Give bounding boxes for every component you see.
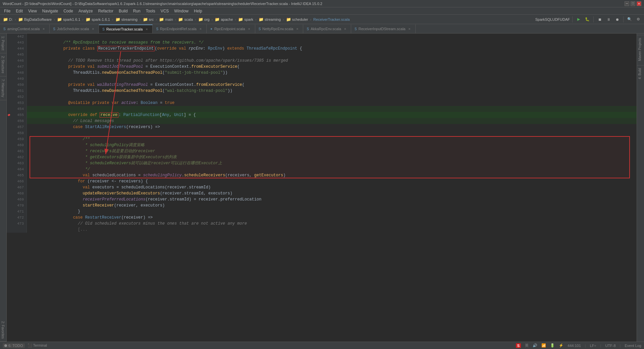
right-panel: Maven Projects 4: Build	[637, 34, 644, 342]
tab-aminContext[interactable]: S amingContext.scala ×	[0, 24, 50, 33]
breadcrumb-src[interactable]: 📁 src	[142, 16, 155, 22]
debug-button[interactable]: 🐛	[584, 16, 591, 23]
breadcrumb-org[interactable]: 📁 org	[197, 16, 211, 22]
breadcrumb-spark[interactable]: 📁 spark	[237, 16, 254, 22]
code-444-6: {	[300, 46, 302, 51]
tab-close-4[interactable]: ×	[198, 26, 203, 31]
breadcrumb-scheduler[interactable]: 📁 scheduler	[285, 16, 309, 22]
tab-AkkaRpcEnv[interactable]: S AkkaRpcEnv.scala ×	[303, 24, 351, 33]
tab-close-5[interactable]: ×	[247, 26, 252, 31]
breadcrumb-D[interactable]: 📁 D:	[2, 16, 14, 22]
tab-close-7[interactable]: ×	[343, 26, 347, 31]
todo-badge[interactable]: 6: TODO	[3, 343, 25, 348]
tab-close-3[interactable]: ×	[144, 27, 149, 32]
toolbar-btn-1[interactable]: ⏹	[596, 16, 603, 23]
line-num-449: 449	[7, 76, 27, 82]
breadcrumb-apache[interactable]: 📁 apache	[214, 16, 234, 22]
panel-spacer	[0, 100, 6, 318]
status-left: 6: TODO ⬛ Terminal	[3, 343, 47, 348]
encoding-indicator[interactable]: UTF-8	[605, 344, 615, 348]
tab-RpcEndpoint[interactable]: ✦ RpcEndpoint.scala ×	[207, 24, 255, 33]
folder-icon-4: 📁	[115, 17, 120, 22]
line-num-470: 470	[7, 202, 27, 209]
menu-tools[interactable]: Tools	[143, 8, 158, 14]
code-444-1	[54, 46, 63, 51]
sep11: ›	[255, 17, 257, 21]
menu-refactor[interactable]: Refactor	[96, 8, 116, 14]
maximize-button[interactable]: □	[631, 1, 635, 6]
menu-build[interactable]: Build	[116, 8, 130, 14]
event-log-link[interactable]: Event Log	[625, 344, 641, 348]
tab-ReceiverTracker[interactable]: S ReceiverTracker.scala ×	[99, 24, 153, 33]
tab-label-8: ReceiverInputDStream.scala	[359, 27, 406, 31]
breakpoint-indicator: ●	[7, 113, 10, 118]
c453-tp: Boolean	[141, 101, 157, 105]
breadcrumb-file[interactable]: ReceiverTracker.scala	[312, 17, 351, 22]
minimize-button[interactable]: —	[625, 1, 629, 6]
breadcrumb-main[interactable]: 📁 main	[158, 16, 174, 22]
tab-JobScheduler[interactable]: S JobScheduler.scala ×	[50, 24, 99, 33]
c453-2: :	[136, 101, 141, 105]
breadcrumb-spark1[interactable]: 📁 spark1.6.1	[56, 16, 81, 22]
breadcrumb-streaming[interactable]: 📁 streaming	[114, 16, 139, 22]
toolbar-btn-3[interactable]: ⏺	[613, 16, 621, 23]
breadcrumb-spark16[interactable]: 📁 spark-1.6.1	[85, 16, 111, 22]
tab-NettyRpcEnv[interactable]: S NettyRpcEnv.scala ×	[255, 24, 304, 33]
code-area[interactable]: 442 443 /** RpcEndpoint to receive messa…	[7, 34, 637, 342]
battery-icon: 🔋	[550, 343, 555, 348]
panel-favorites[interactable]: 2: Favorites	[0, 318, 6, 342]
menu-code[interactable]: Code	[61, 8, 76, 14]
panel-build[interactable]: 4: Build	[637, 65, 644, 82]
toolbar-btn-2[interactable]: ⏸	[605, 16, 612, 23]
menu-edit[interactable]: Edit	[13, 8, 25, 14]
tab-close-2[interactable]: ×	[91, 26, 95, 31]
menu-window[interactable]: Window	[171, 8, 191, 14]
search-everywhere-button[interactable]: 🔍	[626, 16, 633, 23]
menu-view[interactable]: View	[25, 8, 40, 14]
breadcrumb-sep: ›	[14, 17, 16, 21]
sep3: ›	[82, 17, 84, 21]
bc-spark: spark	[244, 17, 253, 21]
line-num-462: 462	[7, 154, 27, 160]
sep13: ›	[310, 17, 312, 21]
tab-ReceiverInputDStream[interactable]: S ReceiverInputDStream.scala ×	[351, 24, 416, 33]
bc-spark16: spark-1.6.1	[92, 17, 110, 21]
panel-structure[interactable]: 2: Structure	[0, 53, 6, 76]
menu-navigate[interactable]: Navigate	[40, 8, 61, 14]
line-content-474: [...	[27, 221, 637, 239]
settings-button[interactable]: ⚙	[635, 16, 642, 23]
breadcrumb-BigDataSoftware[interactable]: 📁 BigDataSoftware	[17, 16, 53, 22]
tab-close-6[interactable]: ×	[295, 26, 300, 31]
close-button[interactable]: ✕	[637, 1, 641, 6]
breadcrumb-streaming2[interactable]: 📁 streaming	[258, 16, 282, 22]
c451-1: ThreadUtils.	[54, 89, 102, 93]
code-444-kw1: private class	[63, 46, 97, 51]
code-444-5: )	[222, 46, 227, 51]
menu-help[interactable]: Help	[191, 8, 205, 14]
line-separator[interactable]: LF÷	[590, 344, 596, 348]
panel-hierarchy[interactable]: 7: Hierarchy	[0, 76, 6, 100]
menu-analyze[interactable]: Analyze	[76, 8, 96, 14]
separator-2: |	[600, 344, 601, 348]
code-container: 442 443 /** RpcEndpoint to receive messa…	[7, 34, 637, 342]
window-controls[interactable]: — □ ✕	[625, 1, 641, 6]
panel-maven[interactable]: Maven Projects	[637, 35, 644, 64]
breadcrumb-scala[interactable]: 📁 scala	[177, 16, 194, 22]
run-button[interactable]: ▶	[575, 16, 582, 23]
bc-org: org	[204, 17, 210, 21]
tab-close-1[interactable]: ×	[41, 26, 46, 31]
menu-file[interactable]: File	[1, 8, 13, 14]
terminal-tab[interactable]: ⬛ Terminal	[28, 343, 47, 348]
tab-icon-3: S	[102, 27, 105, 31]
c457-1	[54, 125, 73, 129]
tab-icon-6: S	[259, 27, 261, 31]
tab-close-8[interactable]: ×	[407, 26, 412, 31]
menu-vcs[interactable]: VCS	[158, 8, 172, 14]
code-line-448: 448 ThreadUtils.newDaemonCachedThreadPoo…	[7, 70, 637, 76]
panel-project[interactable]: 1: Project	[0, 34, 6, 53]
tab-icon-2: S	[53, 27, 55, 31]
menu-run[interactable]: Run	[130, 8, 143, 14]
tab-label-5: RpcEndpoint.scala	[214, 27, 245, 31]
position-indicator[interactable]: 444:101	[568, 344, 581, 348]
tab-RpcEndpointRef[interactable]: S RpcEndpointRef.scala ×	[153, 24, 207, 33]
